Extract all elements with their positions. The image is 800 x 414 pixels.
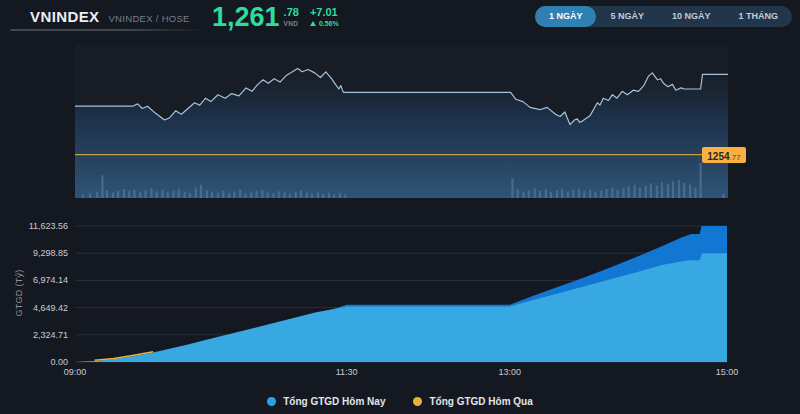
previous-close-value: 1254 bbox=[707, 151, 729, 162]
volume-bar bbox=[567, 191, 569, 198]
range-button-1[interactable]: 1 NGÀY bbox=[535, 6, 597, 27]
volume-bar bbox=[517, 189, 519, 198]
volume-bar bbox=[333, 194, 335, 198]
index-change: +7.01 bbox=[310, 7, 339, 18]
volume-bar bbox=[139, 192, 141, 198]
vnindex-chart-widget: 0.002,324.714,649.426,974.149,298.8511,6… bbox=[0, 0, 800, 414]
volume-bar bbox=[539, 191, 541, 198]
volume-bar bbox=[239, 190, 241, 198]
volume-bar bbox=[639, 188, 641, 199]
volume-bar bbox=[311, 193, 313, 198]
index-value: 1,261 bbox=[212, 3, 280, 31]
volume-bar bbox=[511, 178, 513, 198]
volume-bar bbox=[339, 193, 341, 198]
volume-bar bbox=[523, 192, 525, 198]
volume-bar bbox=[683, 183, 685, 198]
volume-bar bbox=[233, 192, 235, 198]
volume-bar bbox=[250, 192, 252, 198]
y-tick-label: 11,623.56 bbox=[29, 221, 68, 231]
volume-bar bbox=[161, 190, 163, 198]
volume-bar bbox=[184, 192, 186, 198]
volume-bar bbox=[195, 188, 197, 199]
volume-bar bbox=[123, 189, 125, 198]
range-button-3[interactable]: 10 NGÀY bbox=[658, 6, 725, 27]
range-button-4[interactable]: 1 THÁNG bbox=[724, 6, 792, 27]
volume-bar bbox=[694, 188, 696, 199]
volume-bar bbox=[289, 194, 291, 198]
volume-bar bbox=[261, 190, 263, 198]
volume-bar bbox=[589, 190, 591, 198]
volume-bar bbox=[150, 188, 152, 198]
volume-bar bbox=[689, 185, 691, 198]
volume-bar bbox=[189, 193, 191, 198]
y-tick-label: 4,649.42 bbox=[33, 303, 68, 313]
volume-bar bbox=[167, 192, 169, 198]
volume-bar bbox=[344, 195, 346, 199]
volume-bar bbox=[622, 188, 624, 198]
turnover-chart[interactable]: 0.002,324.714,649.426,974.149,298.8511,6… bbox=[29, 221, 739, 377]
volume-bar bbox=[272, 193, 274, 198]
volume-bar bbox=[628, 186, 630, 198]
x-tick-label: 15:00 bbox=[716, 367, 739, 377]
volume-bar bbox=[178, 189, 180, 198]
volume-bar bbox=[211, 192, 213, 198]
y-tick-label: 9,298.85 bbox=[33, 248, 68, 258]
volume-bar bbox=[173, 191, 175, 198]
y-tick-label: 0.00 bbox=[50, 357, 68, 367]
volume-bar bbox=[594, 192, 596, 198]
volume-bar bbox=[300, 190, 302, 198]
volume-bar bbox=[583, 191, 585, 198]
y-tick-label: 6,974.14 bbox=[33, 275, 68, 285]
volume-bar bbox=[133, 190, 135, 198]
volume-bar bbox=[128, 191, 130, 198]
volume-bar bbox=[101, 175, 103, 198]
volume-bar bbox=[550, 192, 552, 198]
volume-bar bbox=[156, 191, 158, 198]
volume-bar bbox=[306, 192, 308, 198]
price-block: 1,261 .78 VND +7.01 0.56% bbox=[212, 3, 339, 31]
price-chart[interactable] bbox=[75, 45, 728, 198]
volume-bar bbox=[244, 194, 246, 198]
legend-dot-icon bbox=[267, 397, 276, 406]
chart-legend: Tổng GTGD Hôm NayTổng GTGD Hôm Qua bbox=[0, 396, 800, 407]
volume-bar bbox=[545, 190, 547, 198]
volume-bar bbox=[117, 191, 119, 198]
volume-bar bbox=[106, 190, 108, 198]
legend-item-2[interactable]: Tổng GTGD Hôm Qua bbox=[413, 396, 532, 407]
volume-bar bbox=[611, 188, 613, 199]
charts-canvas: 0.002,324.714,649.426,974.149,298.8511,6… bbox=[0, 0, 800, 414]
volume-bar bbox=[96, 192, 98, 198]
volume-bar bbox=[112, 192, 114, 198]
legend-item-1[interactable]: Tổng GTGD Hôm Nay bbox=[267, 396, 385, 407]
volume-bar bbox=[556, 190, 558, 198]
volume-bar bbox=[206, 190, 208, 198]
volume-bar bbox=[317, 192, 319, 198]
index-value-decimal: .78 bbox=[284, 7, 299, 18]
volume-bar bbox=[255, 191, 257, 198]
index-change-percent: 0.56% bbox=[319, 20, 339, 27]
symbol-exchange-label: VNINDEX / HOSE bbox=[108, 13, 189, 24]
legend-label: Tổng GTGD Hôm Qua bbox=[429, 396, 532, 407]
up-arrow-icon bbox=[310, 21, 316, 26]
y-tick-label: 2,324.71 bbox=[33, 330, 68, 340]
volume-bar bbox=[656, 185, 658, 198]
volume-bar bbox=[561, 189, 563, 198]
legend-label: Tổng GTGD Hôm Nay bbox=[283, 396, 385, 407]
volume-bar bbox=[650, 183, 652, 198]
volume-bar bbox=[89, 193, 91, 198]
x-tick-label: 13:00 bbox=[498, 367, 521, 377]
x-tick-label: 09:00 bbox=[64, 367, 87, 377]
volume-bar bbox=[217, 192, 219, 198]
currency-label: VND bbox=[284, 20, 299, 27]
volume-bar bbox=[267, 192, 269, 198]
legend-dot-icon bbox=[413, 397, 422, 406]
volume-bar bbox=[222, 191, 224, 198]
volume-bar bbox=[667, 184, 669, 198]
header-divider bbox=[10, 29, 206, 31]
volume-bar bbox=[605, 189, 607, 198]
volume-bar bbox=[284, 192, 286, 198]
range-button-2[interactable]: 5 NGÀY bbox=[596, 6, 658, 27]
volume-bar bbox=[534, 188, 536, 198]
volume-bar bbox=[144, 190, 146, 198]
volume-bar bbox=[528, 190, 530, 198]
